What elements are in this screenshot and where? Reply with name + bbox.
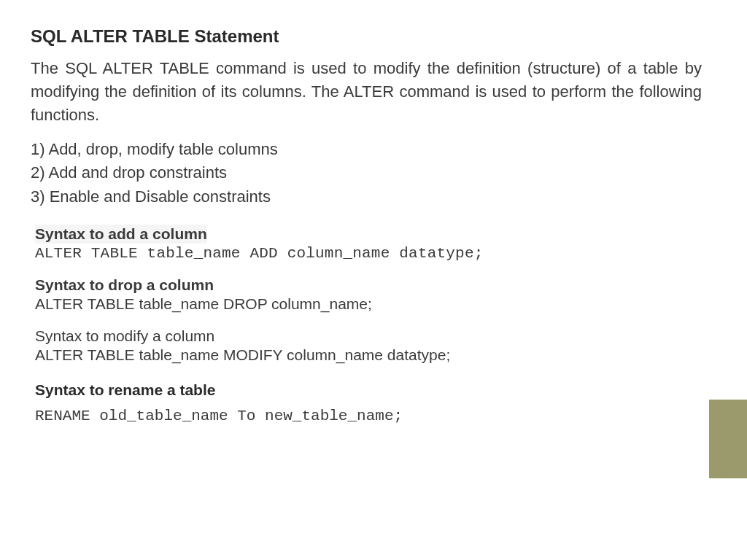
intro-paragraph: The SQL ALTER TABLE command is used to m… [31, 57, 702, 127]
syntax-rename-block: Syntax to rename a table RENAME old_tabl… [35, 381, 712, 424]
syntax-modify-block: Syntax to modify a column ALTER TABLE ta… [35, 327, 712, 364]
syntax-add-heading: Syntax to add a column [35, 225, 207, 244]
slide-content: SQL ALTER TABLE Statement The SQL ALTER … [0, 0, 747, 560]
syntax-modify-heading: Syntax to modify a column [35, 327, 712, 345]
list-item: 1) Add, drop, modify table columns [31, 139, 712, 161]
decorative-accent-bar [709, 400, 747, 478]
syntax-rename-heading: Syntax to rename a table [35, 381, 712, 399]
syntax-add-block: Syntax to add a column ALTER TABLE table… [35, 225, 712, 262]
syntax-drop-heading: Syntax to drop a column [35, 276, 712, 294]
functions-list: 1) Add, drop, modify table columns 2) Ad… [31, 139, 712, 209]
list-item: 2) Add and drop constraints [31, 162, 712, 184]
syntax-add-code: ALTER TABLE table_name ADD column_name d… [35, 245, 712, 262]
syntax-modify-code: ALTER TABLE table_name MODIFY column_nam… [35, 346, 712, 364]
slide-title: SQL ALTER TABLE Statement [31, 26, 712, 47]
syntax-rename-code: RENAME old_table_name To new_table_name; [35, 408, 712, 424]
syntax-drop-block: Syntax to drop a column ALTER TABLE tabl… [35, 276, 712, 313]
list-item: 3) Enable and Disable constraints [31, 186, 712, 209]
syntax-drop-code: ALTER TABLE table_name DROP column_name; [35, 295, 712, 313]
